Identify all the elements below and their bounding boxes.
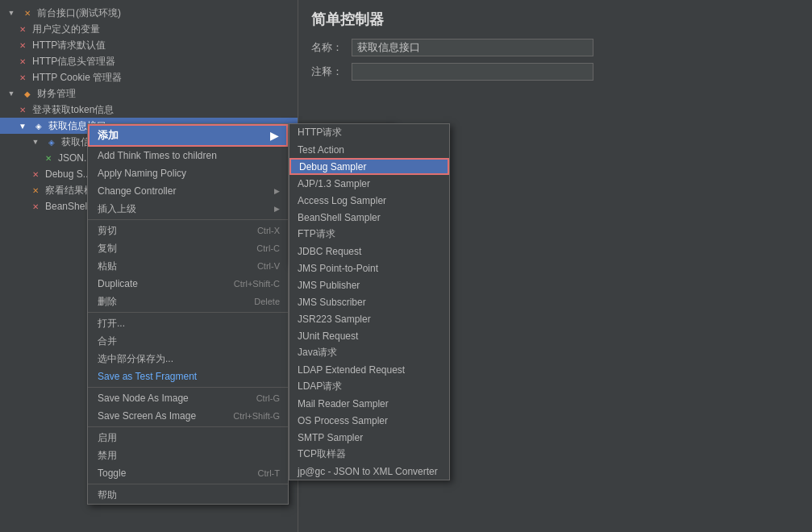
sampler-item-jdbc[interactable]: JDBC Request bbox=[289, 243, 449, 260]
sampler-item-ftp[interactable]: FTP请求 bbox=[289, 226, 449, 243]
tree-item-token[interactable]: ✕ 登录获取token信息 bbox=[0, 102, 298, 118]
menu-item-duplicate[interactable]: Duplicate Ctrl+Shift-C bbox=[88, 275, 288, 293]
menu-item-open[interactable]: 打开... bbox=[88, 314, 288, 332]
panel-title: 简单控制器 bbox=[298, 0, 812, 35]
menu-item-label: Duplicate bbox=[98, 278, 138, 289]
sampler-item-jms-subscriber[interactable]: JMS Subscriber bbox=[289, 293, 449, 310]
sampler-item-label: JSR223 Sampler bbox=[298, 314, 371, 325]
sampler-item-label: BeanShell Sampler bbox=[298, 212, 381, 223]
tree-item-label: 登录获取token信息 bbox=[32, 103, 114, 117]
menu-divider-1 bbox=[88, 219, 288, 220]
menu-item-help[interactable]: 帮助 bbox=[88, 486, 288, 504]
sampler-item-label: SMTP Sampler bbox=[298, 432, 363, 443]
sampler-item-jms-p2p[interactable]: JMS Point-to-Point bbox=[289, 260, 449, 276]
sampler-item-label: LDAP请求 bbox=[298, 380, 342, 393]
menu-item-copy[interactable]: 复制 Ctrl-C bbox=[88, 239, 288, 257]
menu-item-paste[interactable]: 粘贴 Ctrl-V bbox=[88, 257, 288, 275]
sampler-item-label: JMS Point-to-Point bbox=[298, 263, 378, 274]
item-icon: ✕ bbox=[16, 55, 29, 68]
tree-item-finance[interactable]: ▼ ◆ 财务管理 bbox=[0, 85, 298, 102]
menu-item-label: Save Node As Image bbox=[98, 393, 189, 404]
sampler-item-ajp[interactable]: AJP/1.3 Sampler bbox=[289, 175, 449, 192]
sampler-item-os-process[interactable]: OS Process Sampler bbox=[289, 412, 449, 429]
sampler-item-ldap[interactable]: LDAP请求 bbox=[289, 378, 449, 395]
item-icon: ✕ bbox=[42, 152, 55, 164]
sampler-item-beanshell[interactable]: BeanShell Sampler bbox=[289, 209, 449, 226]
comment-row: 注释： bbox=[298, 60, 812, 84]
menu-item-save-partial[interactable]: 选中部分保存为... bbox=[88, 350, 288, 368]
menu-item-insert-parent[interactable]: 插入上级 bbox=[88, 200, 288, 218]
sampler-item-label: OS Process Sampler bbox=[298, 415, 388, 426]
menu-shortcut: Ctrl-C bbox=[256, 243, 280, 253]
menu-item-disable[interactable]: 禁用 bbox=[88, 447, 288, 464]
menu-item-label: 复制 bbox=[98, 242, 117, 256]
item-icon: ✕ bbox=[16, 23, 29, 35]
menu-item-label: Save as Test Fragment bbox=[98, 371, 197, 382]
menu-item-delete[interactable]: 删除 Delete bbox=[88, 293, 288, 310]
menu-item-label: 选中部分保存为... bbox=[98, 352, 173, 366]
sampler-item-http[interactable]: HTTP请求 bbox=[289, 124, 449, 141]
tree-item-label: HTTP Cookie 管理器 bbox=[32, 71, 122, 85]
sampler-item-access-log[interactable]: Access Log Sampler bbox=[289, 192, 449, 209]
sampler-item-label: Access Log Sampler bbox=[298, 195, 386, 206]
name-input[interactable] bbox=[352, 39, 593, 56]
tree-item-http-header[interactable]: ✕ HTTP信息头管理器 bbox=[0, 53, 298, 69]
comment-input[interactable] bbox=[352, 63, 593, 81]
sampler-submenu: HTTP请求 Test Action Debug Sampler AJP/1.3… bbox=[289, 123, 450, 480]
menu-item-label: 粘贴 bbox=[98, 260, 117, 273]
sampler-item-label: TCP取样器 bbox=[298, 447, 346, 461]
tree-item-label: 前台接口(测试环境) bbox=[37, 6, 121, 20]
tree-item-root[interactable]: ▼ ✕ 前台接口(测试环境) bbox=[0, 5, 298, 21]
sampler-item-label: jp@gc - JSON to XML Converter bbox=[298, 466, 438, 477]
tree-item-http-cookie[interactable]: ✕ HTTP Cookie 管理器 bbox=[0, 69, 298, 85]
sampler-item-mail-reader[interactable]: Mail Reader Sampler bbox=[289, 395, 449, 412]
menu-divider-3 bbox=[88, 387, 288, 388]
menu-item-save-screen-image[interactable]: Save Screen As Image Ctrl+Shift-G bbox=[88, 407, 288, 425]
menu-item-naming-policy[interactable]: Apply Naming Policy bbox=[88, 164, 288, 182]
submenu-arrow: ▶ bbox=[270, 130, 278, 142]
menu-shortcut: Ctrl-V bbox=[257, 261, 280, 271]
menu-item-label: 剪切 bbox=[98, 224, 117, 238]
menu-item-toggle[interactable]: Toggle Ctrl-T bbox=[88, 464, 288, 482]
sampler-item-test-action[interactable]: Test Action bbox=[289, 141, 449, 158]
sampler-item-ldap-ext[interactable]: LDAP Extended Request bbox=[289, 361, 449, 378]
menu-item-think-times[interactable]: Add Think Times to children bbox=[88, 147, 288, 164]
expand-icon: ▼ bbox=[16, 119, 29, 132]
item-icon: ✕ bbox=[16, 39, 29, 52]
add-menu-header[interactable]: 添加 ▶ bbox=[88, 124, 288, 147]
sampler-item-label: Debug Sampler bbox=[299, 161, 366, 172]
item-icon: ✕ bbox=[29, 184, 42, 197]
sampler-item-debug[interactable]: Debug Sampler bbox=[289, 158, 449, 175]
menu-item-save-node-image[interactable]: Save Node As Image Ctrl-G bbox=[88, 389, 288, 407]
tree-item-label: HTTP信息头管理器 bbox=[32, 55, 115, 69]
menu-item-enable[interactable]: 启用 bbox=[88, 429, 288, 447]
menu-item-label: 合并 bbox=[98, 335, 117, 348]
sampler-item-junit[interactable]: JUnit Request bbox=[289, 327, 449, 344]
sampler-item-jpgc[interactable]: jp@gc - JSON to XML Converter bbox=[289, 463, 449, 480]
sampler-item-jsr223[interactable]: JSR223 Sampler bbox=[289, 310, 449, 327]
menu-item-label: Change Controller bbox=[98, 185, 176, 197]
tree-item-http-default[interactable]: ✕ HTTP请求默认值 bbox=[0, 37, 298, 53]
tree-item-label: HTTP请求默认值 bbox=[32, 39, 106, 52]
item-icon: ◈ bbox=[32, 119, 45, 132]
item-icon: ✕ bbox=[21, 6, 34, 19]
sampler-item-smtp[interactable]: SMTP Sampler bbox=[289, 429, 449, 446]
menu-item-save-fragment[interactable]: Save as Test Fragment bbox=[88, 368, 288, 385]
menu-item-change-controller[interactable]: Change Controller bbox=[88, 182, 288, 200]
menu-item-label: Save Screen As Image bbox=[98, 410, 196, 422]
name-row: 名称： bbox=[298, 35, 812, 60]
menu-item-label: 启用 bbox=[98, 431, 117, 445]
tree-item-var[interactable]: ✕ 用户定义的变量 bbox=[0, 21, 298, 37]
sampler-item-label: Mail Reader Sampler bbox=[298, 398, 389, 409]
sampler-item-tcp[interactable]: TCP取样器 bbox=[289, 446, 449, 463]
menu-item-merge[interactable]: 合并 bbox=[88, 332, 288, 350]
sampler-item-java[interactable]: Java请求 bbox=[289, 344, 449, 361]
menu-item-label: Add Think Times to children bbox=[98, 150, 217, 161]
sampler-item-jms-publisher[interactable]: JMS Publisher bbox=[289, 276, 449, 293]
menu-divider-4 bbox=[88, 426, 288, 427]
sampler-item-label: JUnit Request bbox=[298, 330, 358, 342]
menu-item-cut[interactable]: 剪切 Ctrl-X bbox=[88, 222, 288, 239]
tree-item-label: 察看结果树 bbox=[45, 184, 94, 197]
menu-item-label: 打开... bbox=[98, 317, 125, 330]
add-label: 添加 bbox=[98, 128, 119, 143]
